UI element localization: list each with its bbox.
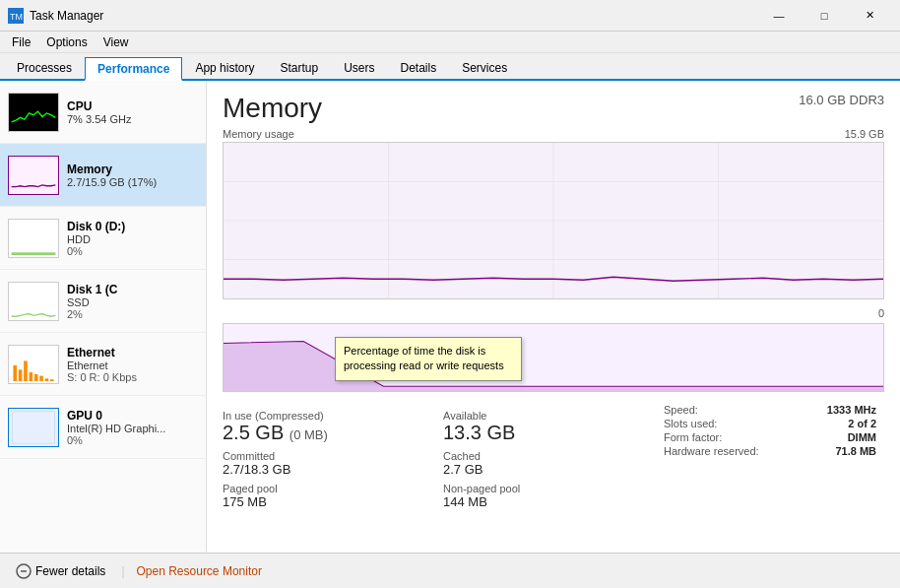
svg-rect-3 <box>13 364 17 380</box>
disk1-value: 2% <box>67 308 198 320</box>
non-paged-pool-value: 144 MB <box>443 494 656 509</box>
form-factor-row: Form factor: DIMM <box>664 431 876 443</box>
close-button[interactable]: ✕ <box>847 0 892 32</box>
svg-rect-6 <box>30 372 33 381</box>
graph-min: 0 <box>878 307 884 319</box>
speed-label: Speed: <box>664 404 698 416</box>
open-resource-monitor-link[interactable]: Open Resource Monitor <box>137 564 262 578</box>
maximize-button[interactable]: □ <box>802 0 847 32</box>
disk0-info: Disk 0 (D:) HDD 0% <box>67 220 198 257</box>
hardware-reserved-row: Hardware reserved: 71.8 MB <box>664 445 876 457</box>
menu-options[interactable]: Options <box>38 33 95 51</box>
tab-services[interactable]: Services <box>449 55 520 79</box>
slots-used-row: Slots used: 2 of 2 <box>664 418 876 429</box>
window-controls: — □ ✕ <box>756 0 892 32</box>
gpu-detail: Intel(R) HD Graphi... <box>67 423 198 434</box>
cpu-mini-graph <box>8 93 59 132</box>
tab-performance[interactable]: Performance <box>85 57 182 81</box>
disk1-info: Disk 1 (C SSD 2% <box>67 283 198 320</box>
svg-rect-8 <box>39 375 43 380</box>
minimize-button[interactable]: — <box>756 0 802 32</box>
ethernet-detail: Ethernet <box>67 359 198 371</box>
memory-name: Memory <box>67 163 198 176</box>
memory-graph-svg <box>224 143 883 298</box>
in-use-label: In use (Compressed) <box>223 410 435 422</box>
menu-file[interactable]: File <box>4 33 38 51</box>
footer-separator: | <box>121 564 124 578</box>
ethernet-name: Ethernet <box>67 346 198 359</box>
content-title: Memory <box>223 93 322 124</box>
sidebar-item-disk1[interactable]: Disk 1 (C SSD 2% <box>0 270 206 333</box>
memory-secondary-graph <box>223 323 884 392</box>
svg-text:TM: TM <box>10 12 23 22</box>
stats-col-1: In use (Compressed) 2.5 GB (0 MB) Commit… <box>223 402 443 511</box>
memory-detail: 2.7/15.9 GB (17%) <box>67 176 198 188</box>
fewer-details-button[interactable]: Fewer details <box>12 561 109 581</box>
svg-rect-10 <box>50 379 54 381</box>
svg-rect-7 <box>34 373 38 380</box>
menu-bar: File Options View <box>0 32 900 53</box>
form-factor-value: DIMM <box>848 431 876 443</box>
cached-value: 2.7 GB <box>443 462 656 477</box>
stats-grid: In use (Compressed) 2.5 GB (0 MB) Commit… <box>223 402 884 511</box>
tab-startup[interactable]: Startup <box>267 55 331 79</box>
tab-bar: Processes Performance App history Startu… <box>0 53 900 81</box>
tab-users[interactable]: Users <box>331 55 387 79</box>
content-header: Memory 16.0 GB DDR3 <box>223 93 884 124</box>
svg-rect-2 <box>12 252 56 255</box>
sidebar-item-ethernet[interactable]: Ethernet Ethernet S: 0 R: 0 Kbps <box>0 333 206 396</box>
speed-row: Speed: 1333 MHz <box>664 404 876 416</box>
svg-rect-11 <box>13 411 55 442</box>
sidebar-item-disk0[interactable]: Disk 0 (D:) HDD 0% <box>0 207 206 270</box>
disk0-value: 0% <box>67 245 198 257</box>
tab-processes[interactable]: Processes <box>4 55 85 79</box>
sidebar-item-memory[interactable]: Memory 2.7/15.9 GB (17%) <box>0 144 206 207</box>
graph-label-row: Memory usage 15.9 GB <box>223 128 884 140</box>
fewer-details-icon <box>16 563 32 579</box>
tab-app-history[interactable]: App history <box>182 55 267 79</box>
committed-value: 2.7/18.3 GB <box>223 462 435 477</box>
main-content: CPU 7% 3.54 GHz Memory 2.7/15.9 GB (17%) <box>0 81 900 553</box>
available-value: 13.3 GB <box>443 422 656 444</box>
gpu-value: 0% <box>67 434 198 446</box>
ethernet-info: Ethernet Ethernet S: 0 R: 0 Kbps <box>67 346 198 383</box>
tab-details[interactable]: Details <box>387 55 449 79</box>
fewer-details-label: Fewer details <box>35 564 105 578</box>
slots-used-label: Slots used: <box>664 418 717 429</box>
in-use-value: 2.5 GB (0 MB) <box>223 422 435 444</box>
sidebar: CPU 7% 3.54 GHz Memory 2.7/15.9 GB (17%) <box>0 81 207 553</box>
sidebar-item-gpu[interactable]: GPU 0 Intel(R) HD Graphi... 0% <box>0 396 206 459</box>
form-factor-label: Form factor: <box>664 431 722 443</box>
committed-label: Committed <box>223 450 435 462</box>
cpu-name: CPU <box>67 99 198 113</box>
cached-label: Cached <box>443 450 656 462</box>
stats-col-2: Available 13.3 GB Cached 2.7 GB Non-page… <box>443 402 664 511</box>
in-use-compressed: (0 MB) <box>289 427 328 442</box>
available-label: Available <box>443 410 656 422</box>
sidebar-item-cpu[interactable]: CPU 7% 3.54 GHz <box>0 81 206 144</box>
memory-mini-graph <box>8 156 59 195</box>
hardware-reserved-label: Hardware reserved: <box>664 445 759 457</box>
disk1-detail: SSD <box>67 296 198 308</box>
tooltip-text: Percentage of time the disk is processin… <box>344 345 504 371</box>
secondary-graph-svg <box>224 324 883 391</box>
paged-pool-label: Paged pool <box>223 483 435 494</box>
speed-value: 1333 MHz <box>827 404 876 416</box>
cpu-detail: 7% 3.54 GHz <box>67 113 198 125</box>
svg-marker-18 <box>224 341 883 391</box>
svg-rect-5 <box>24 360 28 381</box>
non-paged-pool-label: Non-paged pool <box>443 483 656 494</box>
title-bar-text: Task Manager <box>30 9 756 23</box>
svg-rect-9 <box>45 378 49 381</box>
hardware-reserved-value: 71.8 MB <box>835 445 876 457</box>
memory-usage-graph <box>223 142 884 299</box>
menu-view[interactable]: View <box>96 33 137 51</box>
slots-used-value: 2 of 2 <box>848 418 876 429</box>
graph-max: 15.9 GB <box>845 128 884 140</box>
disk0-detail: HDD <box>67 233 198 245</box>
memory-info: Memory 2.7/15.9 GB (17%) <box>67 163 198 188</box>
disk0-mini-graph <box>8 219 59 258</box>
app-icon: TM <box>8 8 24 24</box>
content-panel: Memory 16.0 GB DDR3 Memory usage 15.9 GB <box>207 81 900 553</box>
svg-rect-4 <box>19 369 23 381</box>
